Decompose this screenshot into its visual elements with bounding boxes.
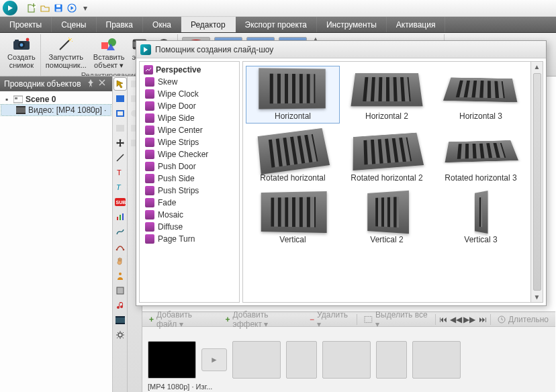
- run-wizard-button[interactable]: Запустить помощник...: [44, 34, 89, 71]
- menu-bar: Проекты Сцены Правка Окна Редактор Экспо…: [0, 17, 556, 33]
- menu-tools[interactable]: Инструменты: [317, 17, 387, 32]
- tree-video-item[interactable]: Видео: [MP4 1080p] ·: [1, 105, 111, 115]
- svg-point-35: [119, 273, 122, 275]
- effect-item-push-door[interactable]: Push Door: [141, 160, 238, 173]
- effect-item-page-turn[interactable]: Page Turn: [141, 233, 238, 245]
- menu-scenes[interactable]: Сцены: [52, 17, 96, 32]
- effect-icon: [145, 186, 154, 195]
- text-tool[interactable]: T: [114, 166, 126, 179]
- preset-rotated-horizontal[interactable]: Rotated horizontal: [246, 128, 340, 185]
- chart-tool[interactable]: [114, 211, 126, 223]
- gear-tool[interactable]: [114, 329, 126, 341]
- qa-customize-dropdown[interactable]: ▾: [79, 2, 91, 14]
- line-tool[interactable]: [114, 152, 126, 164]
- object-explorer-header: Проводник объектов: [0, 77, 112, 91]
- storyboard-slot-4[interactable]: [322, 341, 371, 379]
- effect-item-wipe-side[interactable]: Wipe Side: [141, 112, 238, 124]
- effect-item-push-strips[interactable]: Push Strips: [141, 185, 238, 197]
- preset-horizontal-3[interactable]: Horizontal 3: [434, 66, 528, 124]
- sub-tool[interactable]: SUB: [114, 196, 126, 208]
- curve-tool[interactable]: [114, 226, 126, 238]
- timeline-select-all[interactable]: Выделить все ▾: [360, 313, 432, 326]
- tree-collapse-icon[interactable]: ▪: [3, 95, 11, 104]
- effect-item-fade[interactable]: Fade: [141, 197, 238, 209]
- text-style-tool[interactable]: T: [114, 181, 126, 193]
- move-tool[interactable]: [114, 137, 126, 149]
- nav-last-icon[interactable]: ⏭: [477, 314, 488, 325]
- svg-rect-22: [16, 106, 26, 107]
- transition-slot-1[interactable]: ►: [201, 348, 227, 371]
- timeline-add-effect[interactable]: +Добавить эффект ▾: [222, 313, 304, 326]
- effect-item-wipe-clock[interactable]: Wipe Clock: [141, 88, 238, 100]
- timeline-duration[interactable]: Длительно: [494, 313, 553, 326]
- svg-text:SUB: SUB: [115, 200, 126, 205]
- storyboard-slot-1[interactable]: [148, 341, 196, 379]
- scroll-down-icon[interactable]: ▼: [534, 293, 541, 301]
- timeline-delete[interactable]: −Удалить ▾: [306, 313, 354, 326]
- hand-tool[interactable]: [114, 255, 126, 267]
- storyboard-slot-3[interactable]: [286, 341, 317, 379]
- storyboard-slot-6[interactable]: [412, 341, 461, 379]
- assistant-group-header[interactable]: Perspective: [141, 64, 238, 76]
- menu-projects[interactable]: Проекты: [0, 17, 52, 32]
- effect-item-push-side[interactable]: Push Side: [141, 173, 238, 185]
- svg-rect-12: [101, 42, 108, 49]
- qa-save-icon[interactable]: [52, 2, 64, 14]
- preset-rotated-horizontal-2[interactable]: Rotated horizontal 2: [340, 128, 434, 185]
- pointer-tool[interactable]: [114, 78, 126, 90]
- panel-pin-icon[interactable]: [87, 79, 96, 89]
- video-tool[interactable]: [114, 314, 126, 326]
- effect-item-wipe-center[interactable]: Wipe Center: [141, 124, 238, 136]
- audio-tool[interactable]: [114, 299, 126, 311]
- effect-item-skew[interactable]: Skew: [141, 76, 238, 88]
- svg-rect-3: [56, 5, 60, 7]
- panel-close-icon[interactable]: [99, 79, 108, 89]
- preset-horizontal-2[interactable]: Horizontal 2: [340, 66, 434, 124]
- effect-item-wipe-door[interactable]: Wipe Door: [141, 100, 238, 112]
- assistant-scrollbar[interactable]: ▲ ▼: [531, 61, 543, 303]
- qa-new-icon[interactable]: [26, 2, 38, 14]
- insert-object-button[interactable]: Вставить объект ▾: [91, 34, 127, 71]
- svg-rect-37: [117, 287, 124, 294]
- effect-icon: [145, 138, 154, 147]
- arrow-right-icon: ►: [210, 355, 218, 364]
- menu-activation[interactable]: Активация: [387, 17, 446, 32]
- qa-open-icon[interactable]: [39, 2, 51, 14]
- preset-vertical-3[interactable]: Vertical 3: [434, 189, 528, 247]
- svg-point-34: [122, 249, 124, 251]
- effect-item-wipe-strips[interactable]: Wipe Strips: [141, 136, 238, 148]
- timeline-add-file[interactable]: +Добавить файл ▾: [145, 313, 219, 326]
- preset-rotated-horizontal-3[interactable]: Rotated horizontal 3: [434, 128, 528, 185]
- menu-editor[interactable]: Редактор: [181, 17, 236, 32]
- effect-item-mosaic[interactable]: Mosaic: [141, 209, 238, 221]
- nav-next-icon[interactable]: ▶▶: [464, 314, 475, 325]
- menu-edit[interactable]: Правка: [97, 17, 144, 32]
- mask-tool[interactable]: [114, 285, 126, 297]
- person-tool[interactable]: [114, 270, 126, 282]
- nav-prev-icon[interactable]: ◀◀: [451, 314, 461, 325]
- rect-outline-tool[interactable]: [114, 107, 126, 119]
- menu-windows[interactable]: Окна: [143, 17, 181, 32]
- qa-play-icon[interactable]: [66, 2, 78, 14]
- snapshot-button[interactable]: Создать снимок: [5, 34, 38, 76]
- storyboard-slot-2[interactable]: [232, 341, 281, 379]
- assistant-preset-grid: Horizontal Horizontal 2 Horizontal 3 Rot…: [242, 61, 531, 303]
- menu-export[interactable]: Экспорт проекта: [236, 17, 317, 32]
- title-bar: ▾: [0, 0, 556, 17]
- preset-horizontal[interactable]: Horizontal: [246, 66, 340, 124]
- scroll-thumb[interactable]: [533, 73, 541, 291]
- scroll-up-icon[interactable]: ▲: [534, 63, 541, 70]
- bezier-tool[interactable]: [114, 240, 126, 252]
- effect-item-wipe-checker[interactable]: Wipe Checker: [141, 148, 238, 160]
- preset-vertical[interactable]: Vertical: [246, 189, 340, 247]
- storyboard-slot-5[interactable]: [376, 341, 407, 379]
- camera-icon: [13, 36, 30, 52]
- tree-root-scene[interactable]: ▪ Scene 0: [1, 94, 111, 105]
- svg-rect-39: [115, 316, 125, 317]
- slideshow-assistant-window: Помощник создания слайд-шоу Perspective …: [136, 40, 547, 306]
- nav-first-icon[interactable]: ⏮: [438, 314, 449, 325]
- assistant-title-bar[interactable]: Помощник создания слайд-шоу: [136, 41, 546, 58]
- rect-fill-tool[interactable]: [114, 93, 126, 105]
- effect-item-diffuse[interactable]: Diffuse: [141, 221, 238, 233]
- preset-vertical-2[interactable]: Vertical 2: [340, 189, 434, 247]
